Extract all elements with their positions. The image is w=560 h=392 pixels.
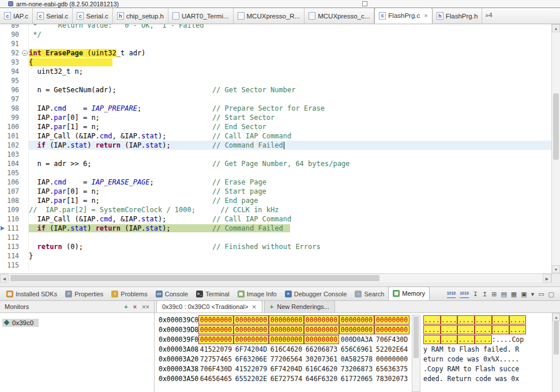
fold-minus-icon[interactable]: − [22,50,28,56]
memory-cell[interactable]: 00000000 [198,325,234,334]
line-number[interactable]: 93 [6,58,21,67]
link-panes-icon[interactable]: ▣ [521,290,527,298]
memory-cell[interactable]: 30207361 [304,355,339,364]
new-renderings-tab[interactable]: + New Renderings... [264,300,335,312]
maximize-view-icon[interactable]: ▢ [548,290,554,298]
memory-cell[interactable]: 656C6961 [339,345,374,354]
memory-scroll-thumb[interactable] [554,321,559,355]
line-number[interactable]: 106 [6,178,21,187]
editor-horizontal-scrollbar[interactable]: ◀ ▶ [0,273,551,282]
remove-memory-monitor-icon[interactable]: × [133,303,137,310]
memory-cell[interactable]: 6F74204D [269,364,304,374]
grid-rendering-icon[interactable]: ▦ [511,290,517,298]
memory-cell[interactable]: 706F430D [198,364,234,374]
hex-rendering-icon[interactable]: 1010 [460,289,469,298]
memory-cell[interactable]: 77206564 [269,355,304,364]
line-number[interactable]: 90 [6,30,21,39]
line-number[interactable]: 109 [6,205,21,214]
memory-monitor-item[interactable]: 0x39c0 [2,319,39,327]
memory-cell[interactable]: 66206873 [304,345,339,354]
editor-tab-mcuxpresso-c-[interactable]: MCUXpresso_c... [305,8,374,24]
editor-tab-iap-c[interactable]: cIAP.c [0,8,33,24]
memory-cell[interactable]: 00000000 [269,325,304,334]
line-number[interactable]: 103 [6,150,21,159]
view-menu-dropdown-icon[interactable]: ▾ [531,290,535,298]
scroll-right-icon[interactable]: ▶ [543,274,551,282]
editor-tab-flashprg-h[interactable]: hFlashPrg.h [433,8,483,24]
memory-cell[interactable]: 00000000 [234,335,269,344]
import-memory-icon[interactable]: ↧ [473,290,478,298]
export-memory-icon[interactable]: ↥ [482,290,487,298]
memory-cell[interactable]: 64656465 [198,374,234,383]
line-number[interactable]: 111 [6,224,21,233]
line-number[interactable]: 101 [6,131,21,141]
memory-inner-scroll-thumb[interactable] [414,316,419,358]
close-icon[interactable]: ✕ [251,304,256,310]
line-number[interactable]: 96 [6,85,21,95]
line-number[interactable]: 95 [6,76,21,85]
memory-cell[interactable]: 616C4620 [304,364,339,374]
memory-cell[interactable]: 6552202E [234,374,269,383]
memory-vertical-scrollbar[interactable]: ▲ [552,313,560,392]
view-tab-problems[interactable]: !Problems [107,288,151,300]
memory-cell[interactable]: 00000000 [269,335,304,344]
editor-tab-chip-setup-h[interactable]: hchip_setup.h [113,8,168,24]
table-rendering-icon[interactable]: ▤ [501,290,506,298]
memory-cell[interactable]: 00000000 [374,325,409,334]
editor-tab-serial-c[interactable]: cSerial.c [33,8,73,24]
line-number[interactable]: 97 [6,95,21,104]
memory-cell[interactable]: 00000000 [339,315,374,325]
line-number[interactable]: 105 [6,168,21,178]
line-number[interactable]: 89 [6,24,21,30]
memory-cell[interactable]: 000D0A3A [339,335,374,344]
memory-cell[interactable]: 0A582578 [339,355,374,364]
memory-cell[interactable]: 00000000 [304,335,339,344]
editor-tab-mcuxpresso-r-[interactable]: MCUXpresso_R... [234,8,305,24]
editor-tab-serial-c[interactable]: cSerial.c [73,8,112,24]
tab-overflow-chevron[interactable]: »4 [485,12,492,21]
memory-cell[interactable]: 00000000 [304,315,339,325]
memory-cell[interactable]: 6F74204D [234,345,269,354]
view-tab-terminal[interactable]: >_Terminal [192,288,234,300]
memory-cell[interactable]: 616C4620 [269,345,304,354]
view-tab-debugger-console[interactable]: »Debugger Console [281,288,351,300]
line-number[interactable]: 107 [6,187,21,196]
view-tab-memory[interactable]: ▦Memory [388,287,430,300]
memory-cell[interactable]: 00000000 [304,325,339,334]
memory-cell[interactable]: 00000000 [198,315,234,325]
memory-cell[interactable]: 646F6320 [304,374,339,383]
view-tab-installed-sdks[interactable]: ▤Installed SDKs [2,288,61,300]
line-number[interactable]: 104 [6,159,21,168]
window-control-icon[interactable] [362,1,367,6]
memory-cell[interactable]: 00000000 [269,315,304,325]
view-tab-image-info[interactable]: ▣Image Info [234,288,281,300]
memory-cell[interactable]: 52202E64 [374,345,409,354]
hex-monitor-icon[interactable]: 1010 [447,289,456,298]
line-number[interactable]: 113 [6,242,21,251]
memory-cell[interactable]: 00000000 [374,355,409,364]
line-number[interactable]: 108 [6,196,21,205]
editor-tab-uart0-termi-[interactable]: UART0_Termi... [168,8,234,24]
editor-vertical-scrollbar[interactable]: ▲ ▼ [551,24,560,273]
scroll-up-icon[interactable]: ▲ [553,313,560,321]
line-number[interactable]: 91 [6,39,21,48]
memory-cell[interactable]: 6F63206E [234,355,269,364]
line-number[interactable]: 100 [6,122,21,131]
add-rendering-icon[interactable]: ⊞ [491,290,497,298]
vertical-scroll-thumb[interactable] [553,93,559,160]
line-number[interactable]: 115 [6,261,21,270]
memory-inner-scrollbar[interactable] [412,315,420,392]
scroll-up-icon[interactable]: ▲ [552,24,560,32]
memory-cell[interactable]: 00000000 [234,325,269,334]
code-editor[interactable]: 89 * Return Value: 0 - OK, 1 - Failed90 … [0,24,560,282]
remove-all-memory-monitors-icon[interactable]: ×× [142,303,149,310]
line-number[interactable]: 102 [6,141,21,150]
horizontal-scroll-thumb[interactable] [10,275,379,281]
memory-cell[interactable]: 41522079 [198,345,234,354]
memory-cell[interactable]: 00000000 [234,315,269,325]
line-number[interactable]: 112 [6,233,21,242]
memory-cell[interactable]: 61772065 [339,374,374,383]
minimize-view-icon[interactable]: ▭ [538,290,544,298]
scroll-down-icon[interactable]: ▼ [552,265,560,273]
line-number[interactable]: 110 [6,214,21,224]
